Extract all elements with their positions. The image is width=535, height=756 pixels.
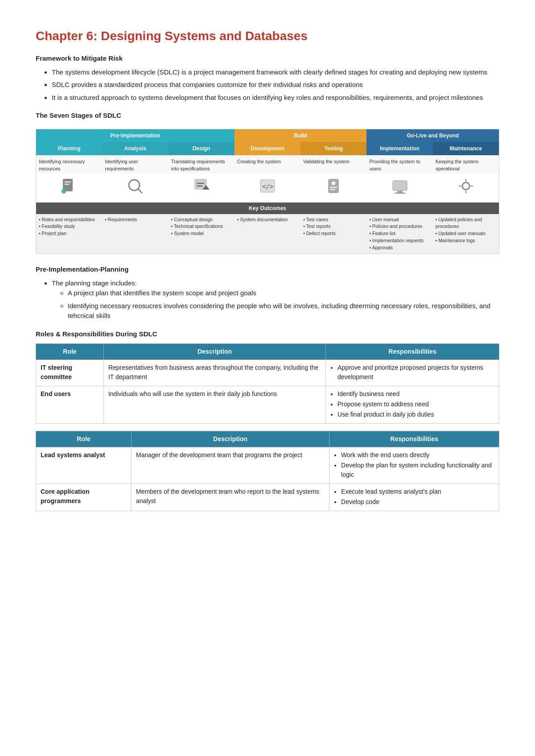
- outcome-analysis: • Requirements: [102, 214, 168, 254]
- table2-header-responsibilities: Responsibilities: [329, 431, 499, 447]
- bullet2-intro: The planning stage includes: A project p…: [52, 278, 499, 321]
- resp-end-users: Identify business need Propose system to…: [326, 386, 499, 424]
- stage-planning: Planning: [36, 142, 102, 155]
- icon-testing: [300, 174, 366, 202]
- stage-testing: Testing: [300, 142, 366, 155]
- stage-design: Design: [169, 142, 235, 155]
- table-row: Core application programmers Members of …: [36, 484, 499, 511]
- svg-text:✓: ✓: [62, 190, 65, 193]
- svg-text:</>: </>: [262, 183, 273, 190]
- table1-header-responsibilities: Responsibilities: [326, 344, 499, 360]
- bullet2-sub1: A project plan that identifies the syste…: [68, 288, 499, 298]
- outcome-testing: • Test cases• Test reports• Defect repor…: [300, 214, 366, 254]
- desc-analysis: Identifying user requirements: [102, 155, 168, 174]
- desc-implementation: Providing the system to users: [366, 155, 432, 174]
- outcome-design: • Conceptual design• Technical specifica…: [169, 214, 235, 254]
- desc-development: Creating the system: [235, 155, 300, 174]
- desc-lead-analyst: Manager of the development team that pro…: [132, 447, 329, 484]
- icon-maintenance: [433, 174, 499, 202]
- svg-rect-18: [397, 190, 403, 193]
- role-end-users: End users: [36, 386, 104, 424]
- svg-rect-1: [65, 182, 71, 182]
- sdlc-top-headers: Pre-Implementation Build Go-Live and Bey…: [36, 129, 499, 142]
- role-lead-analyst: Lead systems analyst: [36, 447, 132, 484]
- table-row: End users Individuals who will use the s…: [36, 386, 499, 424]
- outcome-implementation: • User manual• Policies and procedures• …: [366, 214, 432, 254]
- desc-end-users: Individuals who will use the system in t…: [103, 386, 325, 424]
- svg-rect-15: [330, 187, 337, 188]
- sdlc-diagram: Pre-Implementation Build Go-Live and Bey…: [36, 129, 499, 254]
- svg-rect-2: [65, 184, 69, 185]
- section1-title: Framework to Mitigate Risk: [36, 54, 499, 64]
- table-row: Lead systems analyst Manager of the deve…: [36, 447, 499, 484]
- outcome-planning: • Roles and responsibilities• Feasibilit…: [36, 214, 102, 254]
- svg-rect-16: [330, 189, 335, 190]
- chapter-title: Chapter 6: Designing Systems and Databas…: [36, 27, 499, 45]
- icon-planning: ✓: [36, 174, 102, 202]
- section2-title: Pre-Implementation-Planning: [36, 264, 499, 275]
- table1-title: Roles & Responsibilities During SDLC: [36, 329, 499, 339]
- desc-planning: Identifying necessary resources: [36, 155, 102, 174]
- sdlc-section-title: The Seven Stages of SDLC: [36, 111, 499, 121]
- icon-design: [169, 174, 235, 202]
- svg-point-14: [332, 182, 335, 185]
- svg-rect-17: [393, 181, 407, 190]
- desc-design: Translating requirements into specificat…: [169, 155, 235, 174]
- sdlc-icon-row: ✓ </>: [36, 174, 499, 202]
- desc-maintenance: Keeping the system operational: [433, 155, 499, 174]
- svg-point-20: [462, 182, 469, 190]
- icon-analysis: [102, 174, 168, 202]
- bullet1-item2: SDLC provides a standardized process tha…: [52, 80, 499, 90]
- bullet2-sub2: Identifying necessary reosucres involves…: [68, 301, 499, 321]
- roles-table-2: Role Description Responsibilities Lead s…: [36, 431, 499, 511]
- table2-header-description: Description: [132, 431, 329, 447]
- roles-table-1: Role Description Responsibilities IT ste…: [36, 343, 499, 424]
- svg-point-5: [129, 180, 140, 190]
- outcome-development: • System documentation: [235, 214, 300, 254]
- bullets2-list: The planning stage includes: A project p…: [36, 278, 499, 321]
- sdlc-header-preimpl: Pre-Implementation: [36, 129, 235, 142]
- sdlc-header-build: Build: [235, 129, 367, 142]
- role-core-programmers: Core application programmers: [36, 484, 132, 511]
- bullets1-list: The systems development lifecycle (SDLC)…: [36, 67, 499, 103]
- bullets2-sub-list: A project plan that identifies the syste…: [52, 288, 499, 321]
- resp-lead-analyst: Work with the end users directly Develop…: [329, 447, 499, 484]
- sdlc-outcomes-header: Key Outcomes: [36, 202, 499, 214]
- bullet1-item3: It is a structured approach to systems d…: [52, 93, 499, 103]
- desc-core-programmers: Members of the development team who repo…: [132, 484, 329, 511]
- sdlc-outcomes-row: • Roles and responsibilities• Feasibilit…: [36, 214, 499, 254]
- sdlc-stages-row: Planning Analysis Design Development Tes…: [36, 142, 499, 155]
- sdlc-desc-row: Identifying necessary resources Identify…: [36, 155, 499, 174]
- resp-it-steering: Approve and prioritize proposed projects…: [326, 360, 499, 386]
- svg-rect-13: [328, 179, 339, 193]
- bullet1-item1: The systems development lifecycle (SDLC)…: [52, 67, 499, 78]
- stage-development: Development: [235, 142, 300, 155]
- role-it-steering: IT steering committee: [36, 360, 104, 386]
- svg-line-6: [138, 189, 142, 193]
- svg-rect-19: [395, 193, 405, 194]
- stage-implementation: Implementation: [366, 142, 432, 155]
- table1-header-description: Description: [103, 344, 325, 360]
- table-row: IT steering committee Representatives fr…: [36, 360, 499, 386]
- table1-header-role: Role: [36, 344, 104, 360]
- sdlc-header-golive: Go-Live and Beyond: [366, 129, 499, 142]
- desc-it-steering: Representatives from business areas thro…: [103, 360, 325, 386]
- table2-header-role: Role: [36, 431, 132, 447]
- icon-development: </>: [235, 174, 300, 202]
- icon-implementation: [366, 174, 432, 202]
- stage-analysis: Analysis: [102, 142, 168, 155]
- outcome-maintenance: • Updated policies and procedures• Updat…: [433, 214, 499, 254]
- desc-testing: Validating the system: [300, 155, 366, 174]
- resp-core-programmers: Execute lead systems analyst's plan Deve…: [329, 484, 499, 511]
- stage-maintenance: Maintenance: [433, 142, 499, 155]
